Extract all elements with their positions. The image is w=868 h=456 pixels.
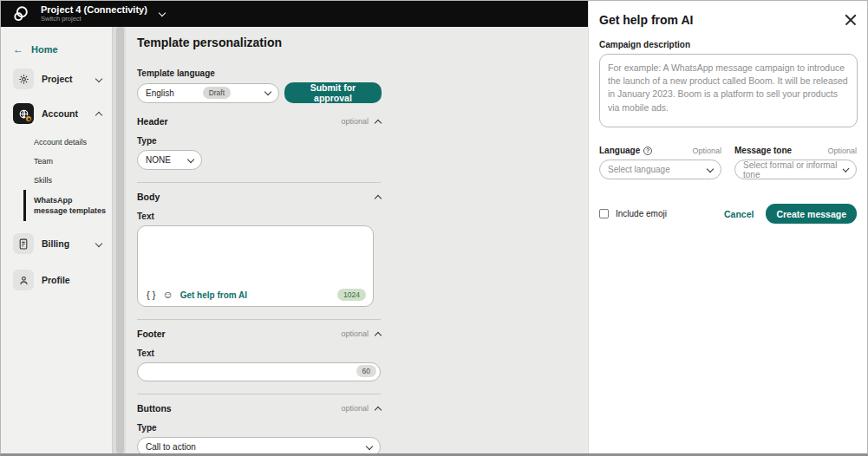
message-tone-select[interactable]: Select formal or informal tone	[734, 160, 857, 179]
language-label: Language	[599, 146, 640, 155]
buttons-type-value: Call to action	[146, 442, 196, 452]
footer-text-label: Text	[137, 349, 382, 358]
sidebar-item-billing[interactable]: Billing	[1, 233, 112, 254]
home-label: Home	[31, 44, 58, 55]
emoji-icon[interactable]: ☺	[162, 290, 173, 300]
project-name: Project 4 (Connectivity)	[41, 4, 147, 15]
collapse-chevron-icon[interactable]	[375, 406, 382, 413]
page-title: Template personalization	[137, 36, 382, 49]
collapse-chevron-icon[interactable]	[375, 194, 382, 201]
scrollbar-thumb[interactable]	[116, 27, 124, 453]
sidebar: ← Home Project Account	[1, 27, 112, 453]
project-item-label: Project	[42, 74, 96, 84]
campaign-description-input[interactable]	[599, 54, 858, 127]
switch-project-label: Switch project	[41, 16, 147, 23]
body-text-label: Text	[137, 212, 382, 221]
chevron-down-icon	[187, 155, 194, 162]
template-language-value: English	[146, 88, 174, 98]
chevron-down-icon	[95, 240, 102, 247]
header-section-title: Header	[137, 116, 168, 127]
submit-for-approval-button[interactable]: Submit for approval	[284, 82, 382, 103]
footer-section-title: Footer	[137, 329, 166, 339]
template-language-select[interactable]: English Draft	[137, 83, 279, 103]
footer-text-field: 60	[137, 362, 381, 381]
get-help-from-ai-link[interactable]: Get help from AI	[180, 290, 247, 300]
gear-badge-icon	[25, 115, 32, 122]
main-content: Template personalization Template langua…	[126, 27, 590, 453]
footer-optional-label: optional	[341, 329, 369, 338]
person-icon	[13, 270, 34, 290]
header-type-label: Type	[137, 136, 382, 146]
cancel-button[interactable]: Cancel	[724, 209, 754, 219]
close-icon[interactable]	[845, 14, 857, 26]
collapse-chevron-icon[interactable]	[375, 119, 382, 126]
include-emoji-label: Include emoji	[616, 209, 667, 218]
header-optional-label: optional	[341, 117, 369, 126]
create-message-button[interactable]: Create message	[766, 204, 857, 224]
language-optional-label: Optional	[692, 147, 721, 155]
sidebar-item-account-details[interactable]: Account details	[1, 133, 112, 152]
footer-char-count-badge: 60	[356, 365, 376, 377]
sidebar-item-profile[interactable]: Profile	[1, 270, 112, 290]
buttons-section-title: Buttons	[137, 403, 172, 414]
body-section-title: Body	[137, 192, 160, 202]
panel-title: Get help from AI	[599, 13, 693, 27]
body-char-count-badge: 1024	[337, 289, 366, 301]
account-icon	[13, 103, 34, 124]
chevron-down-icon	[707, 165, 714, 172]
sidebar-home[interactable]: ← Home	[1, 27, 112, 55]
project-switcher[interactable]: Project 4 (Connectivity) Switch project	[41, 4, 147, 23]
chevron-up-icon	[95, 111, 102, 118]
section-divider	[137, 319, 381, 320]
header-type-value: NONE	[146, 155, 171, 165]
sidebar-item-whatsapp-templates[interactable]: WhatsApp message templates	[23, 190, 112, 221]
chevron-down-icon	[264, 88, 271, 95]
chevron-down-icon	[95, 75, 102, 82]
sidebar-item-account[interactable]: Account	[1, 103, 112, 124]
account-subitems: Account details Team Skills WhatsApp mes…	[1, 133, 112, 221]
chevron-down-icon	[366, 442, 373, 449]
get-help-from-ai-panel: Get help from AI Campaign description La…	[588, 1, 867, 453]
sidebar-item-team[interactable]: Team	[1, 152, 112, 171]
sidebar-scrollbar[interactable]	[112, 27, 126, 453]
infobip-logo-icon	[11, 4, 30, 23]
footer-text-input[interactable]	[137, 362, 381, 381]
body-text-field[interactable]: { } ☺ Get help from AI 1024	[137, 225, 374, 307]
buttons-optional-label: optional	[341, 404, 369, 413]
header-type-select[interactable]: NONE	[137, 150, 202, 170]
account-item-label: Account	[42, 108, 96, 119]
buttons-type-label: Type	[137, 423, 382, 433]
language-select[interactable]: Select language	[599, 160, 721, 179]
body-text-input[interactable]	[143, 231, 368, 283]
sidebar-item-skills[interactable]: Skills	[1, 171, 112, 190]
message-tone-label: Message tone	[734, 146, 792, 155]
tone-optional-label: Optional	[827, 147, 857, 155]
include-emoji-checkbox[interactable]	[599, 209, 609, 218]
tone-placeholder: Select formal or informal tone	[743, 160, 844, 179]
profile-item-label: Profile	[42, 275, 103, 285]
billing-item-label: Billing	[42, 238, 96, 249]
buttons-type-select[interactable]: Call to action	[137, 437, 381, 453]
body-toolbar: { } ☺ Get help from AI 1024	[147, 289, 366, 301]
collapse-chevron-icon[interactable]	[375, 331, 382, 338]
sidebar-item-project[interactable]: Project	[1, 68, 112, 89]
draft-badge: Draft	[203, 87, 231, 99]
billing-icon	[13, 233, 34, 254]
chevron-down-icon[interactable]	[159, 9, 166, 16]
template-language-label: Template language	[137, 68, 382, 78]
gear-icon	[13, 68, 34, 89]
campaign-description-label: Campaign description	[599, 40, 857, 49]
section-divider	[137, 394, 381, 394]
language-placeholder: Select language	[608, 165, 670, 174]
back-arrow-icon: ←	[13, 44, 23, 55]
section-divider	[137, 182, 381, 183]
app-window: Project 4 (Connectivity) Switch project …	[0, 0, 868, 456]
info-icon[interactable]: ?	[643, 147, 652, 155]
placeholder-braces-icon[interactable]: { }	[147, 290, 155, 300]
